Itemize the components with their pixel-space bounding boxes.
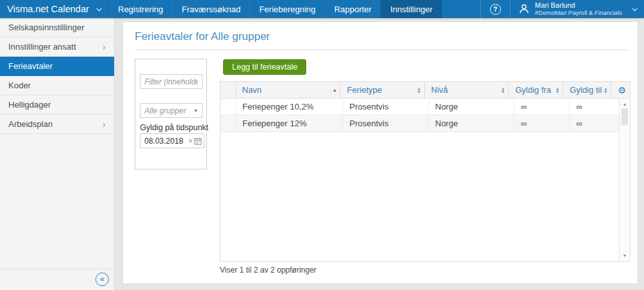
group-select-value: Alle grupper [144,106,186,115]
tab-rapporter[interactable]: Rapporter [325,0,381,18]
cell-gyldig-fra: ∞ [514,99,570,115]
user-icon [518,3,530,15]
sidebar-item-innstillinger-ansatt[interactable]: Innstillinger ansatt › [0,37,114,57]
table-row[interactable]: Feriepenger 10,2% Prosentvis Norge ∞ ∞ [220,99,619,115]
sidebar-item-arbeidsplan[interactable]: Arbeidsplan › [0,115,114,134]
scroll-up-icon[interactable]: ▴ [620,101,630,107]
sidebar-footer: « [0,269,114,290]
cell-gyldig-fra: ∞ [514,115,570,131]
sidebar-item-ferieavtaler[interactable]: Ferieavtaler [0,57,114,76]
help-icon: ? [490,4,501,15]
tab-registrering[interactable]: Registrering [108,0,172,18]
settings-sidebar: Selskapsinnstillinger Innstillinger ansa… [0,18,115,290]
cell-ferietype: Prosentvis [343,99,429,115]
sort-icon: ▴▾ [556,87,559,93]
cell-gyldig-til: ∞ [570,99,619,115]
sidebar-collapse-button[interactable]: « [95,273,109,286]
tab-innstillinger[interactable]: Innstillinger [380,0,442,18]
clear-date-icon[interactable]: × [187,137,194,146]
app-window: Visma.net Calendar Registrering Fraværss… [0,0,644,290]
chevron-down-icon [97,6,102,11]
app-title: Visma.net Calendar [7,4,89,14]
table-scrollbar[interactable]: ▴ ▾ [619,99,630,261]
chevron-right-icon: › [102,119,106,129]
cell-ferietype: Prosentvis [343,115,429,131]
group-select[interactable]: Alle grupper ▼ [140,103,202,118]
table-rows: Feriepenger 10,2% Prosentvis Norge ∞ ∞ F… [220,99,619,261]
sidebar-item-selskapsinnstillinger[interactable]: Selskapsinnstillinger [0,18,114,37]
table-row[interactable]: Feriepenger 12% Prosentvis Norge ∞ ∞ [220,115,619,132]
ferieavtaler-table: Navn ▴ Ferietype ▴▾ Nivå ▴▾ Gyldig fra ▴… [220,81,630,262]
cell-niva: Norge [429,99,514,115]
topbar-right-section: ? Mari Barlund #DemoMari Payroll & Finan… [480,0,644,18]
table-record-count: Viser 1 til 2 av 2 oppføringer [220,266,317,275]
select-caret-icon: ▼ [193,108,198,113]
page-title: Ferieavtaler for Alle grupper [135,22,628,50]
sort-icon: ▴▾ [502,87,504,93]
user-org: #DemoMari Payroll & Financials [535,10,622,17]
cell-niva: Norge [429,115,514,131]
column-header-navn[interactable]: Navn ▴ [236,82,341,98]
column-header-ferietype[interactable]: Ferietype ▴▾ [340,82,424,98]
table-settings-cell: ⚙ [611,82,630,98]
cell-navn: Feriepenger 12% [236,115,343,131]
main-content-panel: Ferieavtaler for Alle grupper Alle grupp… [122,21,638,284]
chevron-right-icon: › [102,42,106,52]
main-tabs: Registrering Fraværssøknad Ferieberegnin… [108,0,442,18]
scroll-down-icon[interactable]: ▾ [620,253,630,258]
help-button[interactable]: ? [480,0,510,18]
calendar-icon[interactable] [194,137,202,145]
table-header-row: Navn ▴ Ferietype ▴▾ Nivå ▴▾ Gyldig fra ▴… [220,81,630,99]
sort-icon: ▴▾ [418,87,420,93]
sidebar-item-koder[interactable]: Koder [0,76,114,95]
user-menu[interactable]: Mari Barlund #DemoMari Payroll & Financi… [510,0,644,18]
scrollbar-thumb[interactable] [621,108,628,125]
sort-ascending-icon: ▴ [333,88,336,93]
column-header-gyldig-fra[interactable]: Gyldig fra ▴▾ [509,82,563,98]
gear-icon[interactable]: ⚙ [618,86,626,95]
valid-date-label: Gyldig på tidspunkt [140,123,208,132]
filter-panel: Alle grupper ▼ Gyldig på tidspunkt × [135,59,207,169]
user-info: Mari Barlund #DemoMari Payroll & Financi… [535,1,622,17]
filter-input[interactable] [140,74,202,89]
top-navigation-bar: Visma.net Calendar Registrering Fraværss… [0,0,644,18]
app-switcher[interactable]: Visma.net Calendar [0,0,108,18]
user-name: Mari Barlund [535,1,622,10]
chevron-down-icon [632,6,637,11]
tab-fravaerssoknad[interactable]: Fraværssøknad [172,0,249,18]
table-body: Feriepenger 10,2% Prosentvis Norge ∞ ∞ F… [220,99,630,262]
add-ferieavtale-button[interactable]: Legg til ferieavtale [223,59,306,75]
table-header-spacer [220,82,236,98]
cell-gyldig-til: ∞ [570,115,619,131]
sort-icon: ▴▾ [604,87,607,93]
tab-ferieberegning[interactable]: Ferieberegning [249,0,324,18]
valid-date-input[interactable] [141,137,187,146]
column-header-gyldig-til[interactable]: Gyldig til ▴▾ [563,82,612,98]
cell-navn: Feriepenger 10,2% [236,99,343,115]
column-header-niva[interactable]: Nivå ▴▾ [425,82,509,98]
valid-date-field: × [140,133,204,148]
sidebar-item-helligdager[interactable]: Helligdager [0,95,114,115]
